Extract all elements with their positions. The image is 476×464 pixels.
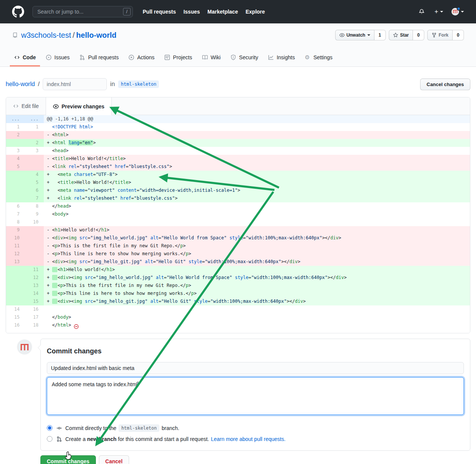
old-line-number: 4	[6, 155, 25, 163]
unwatch-count[interactable]: 1	[374, 30, 386, 40]
graph-icon	[268, 54, 274, 60]
new-line-number: 3	[25, 147, 44, 155]
star-button[interactable]: Star	[389, 30, 413, 40]
commit-description-text: Added some meta tags to index.html	[52, 381, 137, 387]
cancel-changes-button[interactable]: Cancel changes	[420, 79, 470, 90]
nav-link-pull-requests[interactable]: Pull requests	[140, 9, 179, 15]
diff-row: 33 <head>	[6, 147, 470, 155]
filename-input[interactable]	[43, 78, 107, 90]
text-cursor	[138, 381, 138, 387]
commit-description-textarea[interactable]: Added some meta tags to index.html	[47, 377, 464, 415]
new-line-number: 9	[25, 210, 44, 218]
github-logo-icon[interactable]	[12, 6, 24, 18]
learn-more-link[interactable]: Learn more about pull requests.	[209, 436, 286, 442]
new-line-number: ...	[25, 115, 44, 123]
radio-create-branch[interactable]: Create a new branch for this commit and …	[47, 433, 464, 444]
old-line-number: ...	[6, 115, 25, 123]
diff-row: 1416	[6, 305, 470, 313]
new-line-number: 16	[25, 305, 44, 313]
commit-changes-button[interactable]: Commit changes	[40, 455, 96, 464]
unwatch-button[interactable]: Unwatch	[335, 30, 374, 40]
commit-summary-input[interactable]	[47, 362, 464, 374]
commit-icon	[56, 425, 62, 431]
diff-row: 13-<div><img src="img_hello_git.jpg" alt…	[6, 258, 470, 266]
nav-link-marketplace[interactable]: Marketplace	[205, 9, 241, 15]
new-line-number: 17	[25, 313, 44, 321]
old-line-number: 12	[6, 250, 25, 258]
notifications-bell-icon[interactable]	[419, 9, 425, 15]
diff-hunk-header: ......@@ -1,16 +1,18 @@	[6, 115, 470, 123]
no-newline-icon	[74, 324, 79, 329]
tab-label: Actions	[137, 54, 154, 60]
user-menu[interactable]: Ш	[451, 8, 464, 15]
old-line-number: 2	[6, 131, 25, 139]
fork-count[interactable]: 0	[453, 30, 464, 40]
diff-row: 13+ <p>This is the first file in my new …	[6, 282, 470, 290]
nav-link-issues[interactable]: Issues	[180, 9, 203, 15]
new-line-number	[25, 250, 44, 258]
radio-branch-text-mid: for this commit and start a pull request…	[118, 436, 209, 442]
diff-row: 9-<h1>Hello world!</h1>	[6, 226, 470, 234]
star-count[interactable]: 0	[413, 30, 424, 40]
tab-pull-requests[interactable]: Pull requests	[75, 49, 123, 66]
tab-settings[interactable]: ⚙Settings	[300, 49, 337, 66]
radio-button-unselected[interactable]	[47, 436, 52, 442]
repo-root-link[interactable]: hello-world	[6, 81, 35, 88]
repo-owner-link[interactable]: w3schools-test	[21, 31, 71, 39]
new-line-number: 1	[25, 123, 44, 131]
old-line-number	[6, 298, 25, 305]
branch-badge: html-skeleton	[118, 80, 159, 88]
commit-title: Commit changes	[47, 347, 464, 355]
fork-button[interactable]: Fork	[427, 30, 453, 40]
project-icon	[164, 54, 170, 60]
in-label: in	[107, 81, 118, 88]
new-line-number	[25, 155, 44, 163]
code-line: <!DOCTYPE html>	[44, 123, 470, 131]
diff-row: 4-<title>Hello World!</title>	[6, 155, 470, 163]
breadcrumb: w3schools-test/hello-world	[21, 31, 117, 40]
tab-label: Wiki	[211, 54, 220, 60]
radio-commit-directly[interactable]: Commit directly to the html-skeleton bra…	[47, 422, 464, 433]
repo-name-link[interactable]: hello-world	[76, 31, 117, 39]
search-box: /	[32, 6, 133, 17]
old-line-number	[6, 187, 25, 194]
tab-issues[interactable]: Issues	[42, 49, 74, 66]
new-line-number: 7	[25, 194, 44, 202]
tab-projects[interactable]: Projects	[160, 49, 196, 66]
diff-row: 79 <body>	[6, 210, 470, 218]
top-navbar: / Pull requestsIssuesMarketplaceExplore …	[0, 0, 476, 23]
diff-row: 1618 </html>	[6, 321, 470, 329]
tab-preview-changes[interactable]: Preview changes	[46, 97, 112, 115]
diff-row: 6+ <meta name="viewport" content="width=…	[6, 187, 470, 194]
diff-row: 1517 </body>	[6, 313, 470, 321]
code-line: -<div><img src="img_hello_git.jpg" alt="…	[44, 258, 470, 266]
tab-wiki[interactable]: Wiki	[198, 49, 225, 66]
tab-code[interactable]: Code	[10, 49, 40, 66]
radio-direct-text: Commit directly to the	[65, 425, 116, 431]
diff-row: 14+ <p>This line is here to show how mer…	[6, 290, 470, 298]
avatar: Ш	[17, 339, 32, 355]
new-line-number	[25, 234, 44, 242]
code-line: -<p>This is the first file in my new Git…	[44, 242, 470, 250]
tab-actions[interactable]: Actions	[124, 49, 159, 66]
create-new-menu[interactable]: +	[434, 8, 443, 15]
tab-label: Code	[23, 54, 36, 60]
radio-button-selected[interactable]	[47, 425, 52, 431]
file-breadcrumb-bar: hello-world / in html-skeleton Cancel ch…	[6, 78, 470, 90]
tab-edit-file[interactable]: Edit file	[6, 97, 46, 115]
repo-social-actions: Unwatch1Star0Fork0	[332, 30, 464, 40]
old-line-number	[6, 266, 25, 274]
nav-link-explore[interactable]: Explore	[242, 9, 268, 15]
tab-insights[interactable]: Insights	[264, 49, 299, 66]
old-line-number: 14	[6, 305, 25, 313]
code-line: </body>	[44, 313, 470, 321]
repo-tabs: CodeIssuesPull requestsActionsProjectsWi…	[0, 48, 476, 66]
old-line-number: 11	[6, 242, 25, 250]
search-input[interactable]	[32, 6, 133, 17]
code-line: -<title>Hello World!</title>	[44, 155, 470, 163]
code-line: -<p>This line is here to show how mergin…	[44, 250, 470, 258]
tab-security[interactable]: Security	[226, 49, 262, 66]
new-line-number: 6	[25, 187, 44, 194]
diff-row: 11 <!DOCTYPE html>	[6, 123, 470, 131]
cancel-button[interactable]: Cancel	[99, 455, 129, 464]
